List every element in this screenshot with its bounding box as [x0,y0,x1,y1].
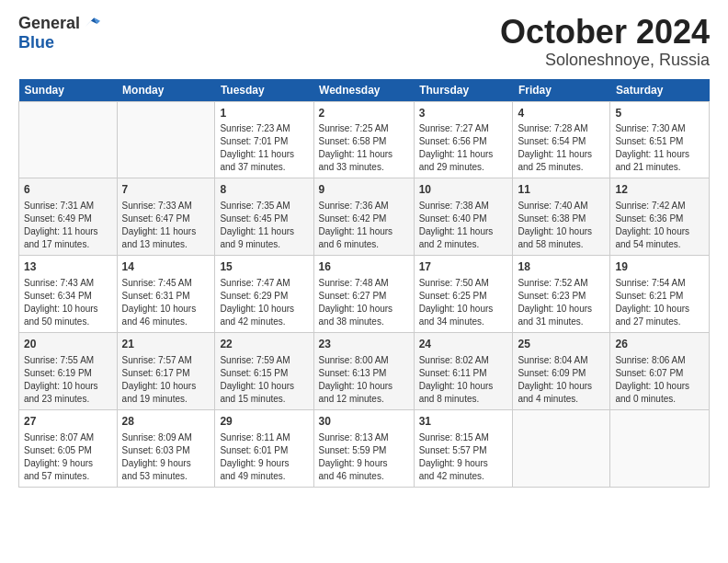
day-info-line: Sunset: 6:31 PM [122,290,210,303]
weekday-header-sunday: Sunday [19,79,118,102]
day-info-line: and 53 minutes. [122,470,210,483]
day-info-line: Sunset: 6:36 PM [615,213,704,225]
day-info-line: Sunset: 6:58 PM [319,135,409,148]
day-info-line: Daylight: 9 hours [122,457,210,470]
calendar-cell: 11Sunrise: 7:40 AMSunset: 6:38 PMDayligh… [513,178,610,256]
calendar-cell [610,409,710,487]
day-info-line: Sunrise: 7:48 AM [319,277,409,290]
day-info-line: Sunset: 6:25 PM [419,290,508,303]
day-info-line: Daylight: 10 hours [220,303,308,316]
day-info-line: Sunrise: 7:33 AM [122,200,210,213]
calendar-cell: 9Sunrise: 7:36 AMSunset: 6:42 PMDaylight… [313,178,414,256]
header: General Blue October 2024 Soloneshnoye, … [18,14,710,70]
day-info-line: and 34 minutes. [419,316,508,328]
day-info-line: Sunrise: 8:02 AM [419,354,508,367]
day-info-line: Sunrise: 7:57 AM [122,354,210,367]
day-number: 14 [122,259,210,275]
calendar-cell [513,409,610,487]
day-info-line: and 54 minutes. [615,238,704,251]
day-info-line: Sunset: 6:05 PM [24,444,112,457]
calendar-row-1: 6Sunrise: 7:31 AMSunset: 6:49 PMDaylight… [19,178,710,256]
day-info-line: Sunrise: 7:38 AM [419,200,508,213]
day-info-line: and 12 minutes. [319,393,409,406]
day-info-line: Daylight: 10 hours [518,225,605,238]
day-number: 26 [615,337,704,352]
day-info-line: Daylight: 11 hours [220,225,308,238]
calendar-cell: 25Sunrise: 8:04 AMSunset: 6:09 PMDayligh… [513,332,610,409]
day-info-line: Daylight: 10 hours [615,225,704,238]
day-number: 30 [319,414,409,430]
day-number: 21 [122,337,210,352]
day-info-line: Sunset: 5:57 PM [419,444,508,457]
calendar-cell: 30Sunrise: 8:13 AMSunset: 5:59 PMDayligh… [313,409,414,487]
calendar-cell: 3Sunrise: 7:27 AMSunset: 6:56 PMDaylight… [414,101,513,178]
day-number: 12 [615,182,704,198]
day-info-line: Daylight: 10 hours [419,303,508,316]
day-info-line: Sunset: 6:34 PM [24,290,112,303]
day-info-line: and 15 minutes. [220,393,308,406]
calendar-cell: 5Sunrise: 7:30 AMSunset: 6:51 PMDaylight… [610,101,710,178]
calendar-cell: 23Sunrise: 8:00 AMSunset: 6:13 PMDayligh… [313,332,414,409]
day-number: 22 [220,337,308,352]
day-info-line: Daylight: 11 hours [615,148,704,161]
day-info-line: Sunrise: 7:52 AM [518,277,605,290]
day-info-line: and 29 minutes. [419,161,508,174]
day-info-line: and 38 minutes. [319,316,409,328]
calendar-cell: 31Sunrise: 8:15 AMSunset: 5:57 PMDayligh… [414,409,513,487]
day-info-line: and 46 minutes. [319,470,409,483]
day-info-line: Sunset: 6:17 PM [122,367,210,380]
day-info-line: Daylight: 11 hours [319,225,409,238]
day-info-line: Daylight: 11 hours [24,225,112,238]
day-info-line: Sunrise: 8:04 AM [518,354,605,367]
logo-bird-icon [82,15,100,33]
day-info-line: Sunset: 7:01 PM [220,135,308,148]
day-info-line: Sunrise: 7:45 AM [122,277,210,290]
day-info-line: Daylight: 10 hours [518,303,605,316]
calendar-cell: 18Sunrise: 7:52 AMSunset: 6:23 PMDayligh… [513,256,610,333]
day-number: 18 [518,259,605,275]
location-title: Soloneshnoye, Russia [500,51,710,70]
day-info-line: Sunrise: 8:11 AM [220,431,308,444]
day-info-line: Daylight: 11 hours [319,148,409,161]
day-info-line: Sunset: 6:40 PM [419,213,508,225]
day-info-line: Sunset: 6:21 PM [615,290,704,303]
day-info-line: and 57 minutes. [24,470,112,483]
title-block: October 2024 Soloneshnoye, Russia [500,14,710,70]
day-number: 9 [319,182,409,198]
calendar-row-3: 20Sunrise: 7:55 AMSunset: 6:19 PMDayligh… [19,332,710,409]
day-info-line: Sunset: 6:38 PM [518,213,605,225]
calendar-cell: 2Sunrise: 7:25 AMSunset: 6:58 PMDaylight… [313,101,414,178]
day-info-line: and 19 minutes. [122,393,210,406]
day-number: 6 [24,182,112,198]
calendar-cell: 4Sunrise: 7:28 AMSunset: 6:54 PMDaylight… [513,101,610,178]
day-number: 3 [419,106,508,121]
calendar-cell: 20Sunrise: 7:55 AMSunset: 6:19 PMDayligh… [19,332,118,409]
day-number: 7 [122,182,210,198]
day-info-line: Daylight: 11 hours [220,148,308,161]
day-info-line: and 31 minutes. [518,316,605,328]
day-number: 13 [24,259,112,275]
day-info-line: and 4 minutes. [518,393,605,406]
day-info-line: and 42 minutes. [419,470,508,483]
day-info-line: Daylight: 9 hours [220,457,308,470]
day-number: 1 [220,106,308,121]
day-info-line: and 49 minutes. [220,470,308,483]
day-info-line: Sunrise: 7:36 AM [319,200,409,213]
day-number: 4 [518,106,605,121]
day-info-line: Daylight: 10 hours [319,380,409,393]
calendar-cell: 19Sunrise: 7:54 AMSunset: 6:21 PMDayligh… [610,256,710,333]
day-info-line: Sunrise: 7:43 AM [24,277,112,290]
weekday-header-wednesday: Wednesday [313,79,414,102]
day-info-line: Sunset: 6:51 PM [615,135,704,148]
day-info-line: Daylight: 10 hours [24,303,112,316]
calendar-cell: 12Sunrise: 7:42 AMSunset: 6:36 PMDayligh… [610,178,710,256]
day-info-line: Sunrise: 8:15 AM [419,431,508,444]
day-info-line: Sunset: 6:13 PM [319,367,409,380]
day-info-line: Sunrise: 7:47 AM [220,277,308,290]
weekday-header-row: SundayMondayTuesdayWednesdayThursdayFrid… [19,79,710,102]
calendar-row-0: 1Sunrise: 7:23 AMSunset: 7:01 PMDaylight… [19,101,710,178]
day-info-line: Daylight: 9 hours [24,457,112,470]
day-info-line: Sunset: 6:27 PM [319,290,409,303]
day-info-line: Sunrise: 8:00 AM [319,354,409,367]
day-info-line: Sunset: 6:11 PM [419,367,508,380]
